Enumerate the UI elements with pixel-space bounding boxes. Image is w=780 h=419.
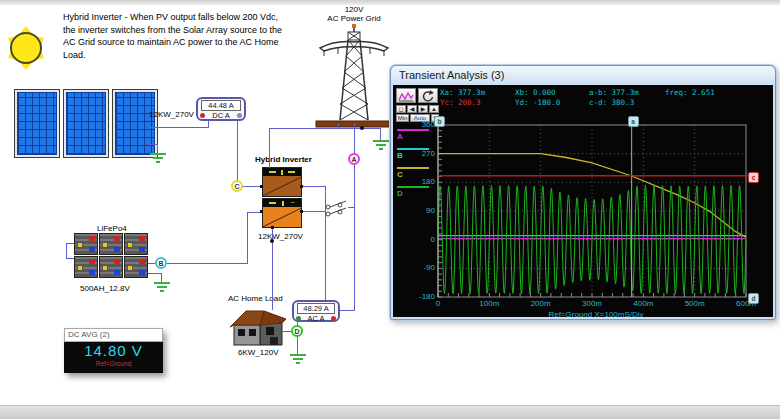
x-tick-label: 400m bbox=[623, 299, 663, 308]
transient-analysis-window[interactable]: Transient Analysis (3) ◻ ◀ ▶ ▲ Min Auto … bbox=[390, 65, 776, 320]
x-tick-label: 600m bbox=[726, 299, 766, 308]
solar-wire-label: 12KW_270V bbox=[149, 110, 194, 119]
dc-ammeter-label: DC A bbox=[212, 111, 230, 120]
window-title[interactable]: Transient Analysis (3) bbox=[391, 66, 775, 84]
x-tick-label: 100m bbox=[469, 299, 509, 308]
x-tick-label: 0 bbox=[418, 299, 458, 308]
dc-avg-meter[interactable]: DC AVG (2) 14.80 V Ref=Ground bbox=[64, 328, 163, 373]
channel-color-line bbox=[397, 129, 429, 131]
wire bbox=[269, 128, 270, 168]
wire bbox=[269, 128, 381, 129]
y-tick-label: 90 bbox=[405, 206, 435, 215]
wire bbox=[302, 186, 325, 187]
ground-icon bbox=[153, 281, 171, 295]
junction-dot bbox=[360, 126, 364, 130]
battery-title: LiFePo4 bbox=[97, 224, 127, 233]
grid-label-voltage: 120V bbox=[314, 5, 394, 14]
home-load-title: AC Home Load bbox=[228, 294, 283, 303]
ac-ammeter-value: 48.29 A bbox=[297, 303, 335, 314]
wire bbox=[167, 263, 247, 264]
x-axis-caption: Ref=Ground X=100mS/Div bbox=[438, 310, 754, 319]
transfer-switch-icon[interactable] bbox=[324, 207, 356, 217]
y-tick-label: 270 bbox=[405, 149, 435, 158]
dc-ammeter[interactable]: 44.48 A DC A bbox=[196, 97, 246, 121]
scale-button[interactable]: ◻ bbox=[396, 105, 406, 113]
annotation-text: Hybrid Inverter - When PV output falls b… bbox=[63, 11, 338, 61]
cursor-yc-readout: Yc: 200.3 bbox=[440, 98, 481, 107]
y-tick-label: 0 bbox=[405, 235, 435, 244]
battery-cell[interactable] bbox=[99, 256, 123, 278]
house-icon[interactable] bbox=[230, 307, 286, 349]
cursor-flag-b[interactable]: b bbox=[434, 116, 445, 127]
cursor-xb-readout: Xb: 0.000 bbox=[515, 88, 556, 97]
inverter-rating-label: 12KW_270V bbox=[258, 232, 303, 241]
cursor-flag-a[interactable]: a bbox=[628, 116, 639, 127]
ac-ammeter[interactable]: 48.29 A AC A bbox=[292, 300, 340, 322]
battery-cell[interactable] bbox=[124, 233, 148, 255]
cursor-yd-readout: Yd: -180.0 bbox=[515, 98, 560, 107]
y-tick-label: -90 bbox=[405, 263, 435, 272]
dc-ammeter-value: 44.48 A bbox=[201, 100, 241, 111]
probe-b[interactable]: B bbox=[155, 257, 167, 269]
sun-icon bbox=[4, 24, 48, 72]
trace-mode-button[interactable] bbox=[396, 88, 416, 103]
ground-icon bbox=[149, 152, 167, 166]
wire bbox=[237, 121, 238, 181]
channel-label-a[interactable]: A bbox=[397, 132, 407, 141]
x-tick-label: 500m bbox=[675, 299, 715, 308]
wire bbox=[66, 258, 74, 259]
solar-panel[interactable] bbox=[112, 89, 158, 158]
dc-avg-meter-title[interactable]: DC AVG (2) bbox=[64, 328, 163, 342]
transmission-tower[interactable] bbox=[314, 24, 394, 128]
cursor-xa-readout: Xa: 377.3m bbox=[440, 88, 485, 97]
solar-panel[interactable] bbox=[63, 89, 109, 158]
refresh-button[interactable] bbox=[418, 88, 438, 103]
wire bbox=[145, 127, 209, 128]
battery-cell[interactable] bbox=[74, 256, 98, 278]
simulator-canvas: Hybrid Inverter - When PV output falls b… bbox=[0, 0, 780, 419]
probe-d[interactable]: D bbox=[291, 325, 303, 337]
solar-array[interactable] bbox=[14, 89, 158, 158]
y-tick-label: 360 bbox=[405, 120, 435, 129]
scope-plot[interactable] bbox=[438, 125, 754, 297]
inverter-dc-dc-block[interactable] bbox=[262, 167, 302, 197]
pin bbox=[260, 210, 263, 213]
terminal-icon bbox=[331, 316, 336, 321]
channel-color-line bbox=[397, 167, 429, 169]
pin bbox=[271, 226, 274, 229]
pan-left-button[interactable]: ◀ bbox=[407, 105, 417, 113]
wire bbox=[354, 207, 355, 311]
probe-a[interactable]: A bbox=[348, 153, 360, 165]
cursor-freq-readout: freq: 2.651 bbox=[665, 88, 715, 97]
x-tick-label: 200m bbox=[521, 299, 561, 308]
wire bbox=[208, 121, 209, 128]
battery-cell[interactable] bbox=[99, 233, 123, 255]
ground-icon bbox=[372, 139, 390, 153]
cursor-cd-readout: c-d: 380.3 bbox=[589, 98, 634, 107]
battery-cell[interactable] bbox=[124, 256, 148, 278]
battery-rating-label: 500AH_12.8V bbox=[80, 284, 130, 293]
x-tick-label: 300m bbox=[572, 299, 612, 308]
solar-panel[interactable] bbox=[14, 89, 60, 158]
wire bbox=[66, 243, 67, 259]
inverter-title: Hybrid Inverter bbox=[255, 155, 312, 164]
inverter-dc-ac-block[interactable]: ~ bbox=[262, 198, 302, 228]
pan-right-button[interactable]: ▶ bbox=[418, 105, 428, 113]
dc-avg-meter-value: 14.80 V bbox=[64, 342, 163, 360]
wire bbox=[148, 273, 162, 274]
wire bbox=[297, 336, 298, 354]
window-chrome-bottom bbox=[0, 405, 780, 419]
ac-symbol-icon: ~ bbox=[263, 199, 301, 207]
home-load-rating-label: 6KW_120V bbox=[238, 348, 278, 357]
battery-bank[interactable] bbox=[74, 233, 150, 278]
pin bbox=[300, 185, 303, 188]
channel-label-d[interactable]: D bbox=[397, 189, 407, 198]
ac-ammeter-label: AC A bbox=[307, 314, 324, 323]
battery-cell[interactable] bbox=[74, 233, 98, 255]
pin bbox=[300, 210, 303, 213]
y-tick-label: 180 bbox=[405, 177, 435, 186]
pan-up-button[interactable]: ▲ bbox=[429, 105, 439, 113]
probe-c[interactable]: C bbox=[231, 180, 243, 192]
cursor-flag-c[interactable]: c bbox=[748, 172, 759, 183]
cursor-flag-d[interactable]: d bbox=[748, 293, 759, 304]
